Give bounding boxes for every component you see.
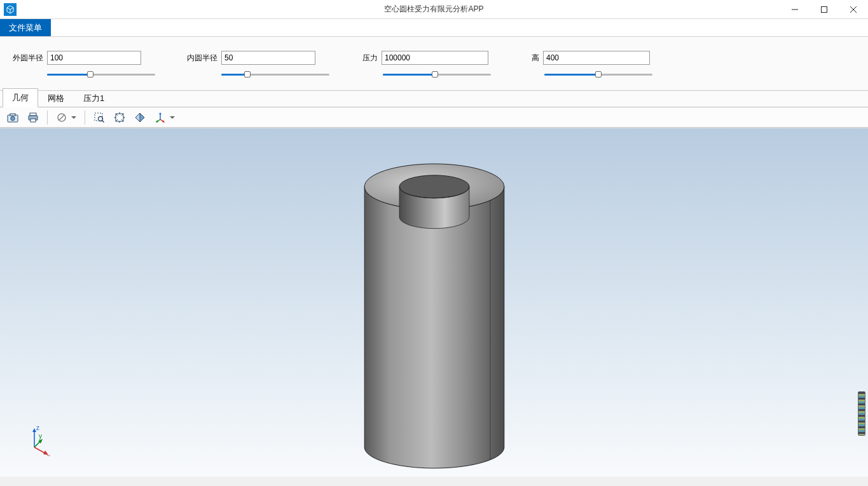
snapshot-icon[interactable] (4, 109, 22, 126)
tab-mesh[interactable]: 网格 (38, 89, 74, 107)
svg-marker-18 (140, 113, 144, 122)
toolbar-separator (47, 111, 48, 125)
hollow-cylinder-model (0, 128, 868, 476)
height-label: 高 (523, 53, 539, 64)
minimize-button[interactable] (780, 0, 809, 19)
svg-rect-8 (30, 113, 36, 116)
graphics-viewport[interactable]: z y x (0, 128, 868, 476)
viewport-toolbar (0, 107, 868, 128)
inner-radius-input[interactable] (221, 51, 315, 65)
svg-rect-10 (31, 119, 36, 122)
axis-indicator-icon: z y x (25, 424, 57, 457)
inner-radius-slider[interactable] (221, 71, 329, 78)
svg-point-14 (99, 116, 103, 121)
print-icon[interactable] (24, 109, 42, 126)
axis-orientation-icon[interactable] (151, 109, 178, 126)
zoom-extents-icon[interactable] (111, 109, 128, 126)
param-inner-radius: 内圆半径 (187, 51, 329, 78)
height-input[interactable] (543, 51, 650, 65)
transparency-icon[interactable] (131, 109, 149, 126)
parameters-panel: 外圆半径 内圆半径 压力 (0, 37, 868, 91)
app-icon (4, 3, 17, 16)
svg-marker-20 (159, 112, 162, 114)
noselect-icon[interactable] (53, 109, 79, 126)
height-slider[interactable] (544, 71, 652, 78)
file-menu[interactable]: 文件菜单 (0, 19, 51, 36)
tab-pressure[interactable]: 压力1 (74, 89, 114, 107)
outer-radius-label: 外圆半径 (13, 53, 43, 64)
tab-geometry[interactable]: 几何 (3, 88, 38, 107)
outer-radius-slider[interactable] (47, 71, 155, 78)
menubar: 文件菜单 (0, 19, 868, 37)
close-button[interactable] (839, 0, 868, 19)
svg-point-7 (11, 116, 15, 120)
param-outer-radius: 外圆半径 (13, 51, 155, 78)
svg-line-15 (102, 120, 104, 122)
svg-text:x: x (47, 453, 50, 456)
svg-rect-2 (822, 7, 827, 13)
pressure-input[interactable] (382, 51, 488, 65)
svg-line-12 (59, 114, 64, 120)
toolbar-separator (85, 111, 85, 125)
zoom-box-icon[interactable] (90, 109, 108, 126)
pressure-label: 压力 (361, 53, 378, 64)
inner-radius-label: 内圆半径 (187, 53, 217, 64)
tabstrip: 几何 网格 压力1 (0, 91, 868, 107)
outer-radius-input[interactable] (47, 51, 141, 65)
window-titlebar: 空心圆柱受力有限元分析APP (0, 0, 868, 19)
progress-indicator (858, 391, 865, 436)
svg-rect-6 (10, 114, 15, 116)
maximize-button[interactable] (809, 0, 839, 19)
window-title: 空心圆柱受力有限元分析APP (384, 4, 483, 15)
param-height: 高 (523, 51, 652, 78)
pressure-slider[interactable] (383, 71, 491, 78)
svg-text:y: y (39, 433, 42, 440)
window-controls (780, 0, 868, 19)
param-pressure: 压力 (361, 51, 491, 78)
svg-text:z: z (36, 424, 39, 431)
